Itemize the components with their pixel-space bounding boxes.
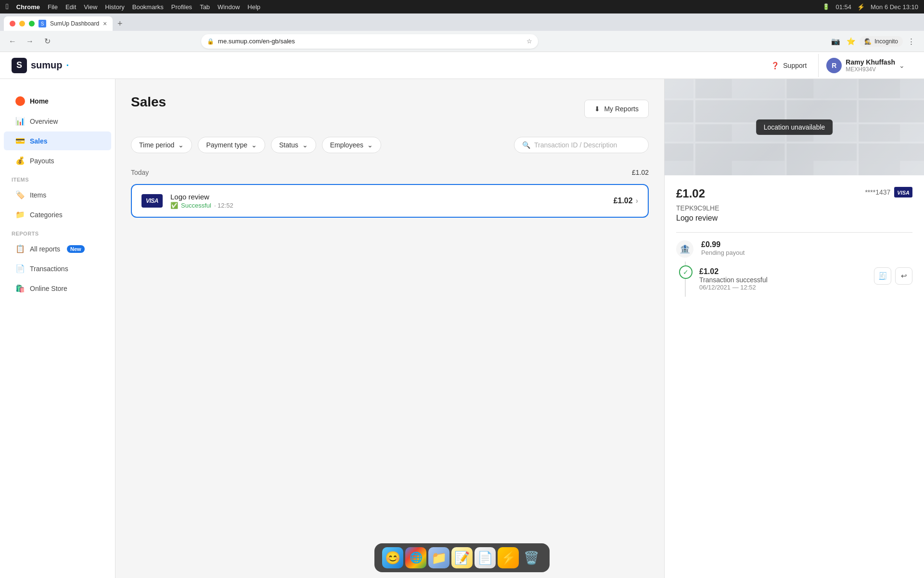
avatar: R bbox=[826, 58, 842, 73]
detail-panel: Location unavailable £1.02 ****1437 VISA… bbox=[664, 79, 924, 578]
incognito-label: Incognito bbox=[874, 38, 898, 45]
menu-chrome[interactable]: Chrome bbox=[16, 3, 40, 11]
bookmark-icon[interactable]: ☆ bbox=[526, 38, 532, 45]
payment-type-chevron-icon: ⌄ bbox=[251, 141, 257, 149]
timeline-actions: 🧾 ↩ bbox=[874, 267, 912, 285]
menu-dots-icon[interactable]: ⋮ bbox=[905, 35, 918, 48]
detail-card-info: ****1437 VISA bbox=[865, 187, 912, 197]
menu-edit[interactable]: Edit bbox=[65, 3, 76, 11]
menu-file[interactable]: File bbox=[48, 3, 58, 11]
dock-trash-icon[interactable]: 🗑️ bbox=[521, 547, 542, 568]
svg-rect-9 bbox=[693, 79, 695, 175]
dock-notes-icon[interactable]: 📝 bbox=[451, 547, 473, 568]
close-dot[interactable] bbox=[10, 21, 15, 26]
sidebar-item-online-store[interactable]: 🛍️ Online Store bbox=[4, 279, 111, 298]
menu-profiles[interactable]: Profiles bbox=[171, 3, 192, 11]
status-chevron-icon: ⌄ bbox=[302, 141, 308, 149]
home-dot bbox=[15, 96, 25, 106]
payment-type-filter[interactable]: Payment type ⌄ bbox=[198, 137, 265, 153]
sidebar-item-categories[interactable]: 📁 Categories bbox=[4, 205, 111, 224]
app-container: S sumup· ❓ Support R Ramy Khuffash MEXH9… bbox=[0, 52, 924, 578]
support-label: Support bbox=[783, 62, 807, 69]
detail-timeline: ✓ £1.02 Transaction successful 06/12/202… bbox=[685, 262, 912, 297]
my-reports-button[interactable]: ⬇ My Reports bbox=[584, 100, 649, 118]
timeline-content: £1.02 Transaction successful 06/12/2021 … bbox=[699, 267, 912, 291]
sales-label: Sales bbox=[30, 137, 48, 145]
svg-rect-4 bbox=[665, 98, 924, 122]
sidebar-item-sales[interactable]: 💳 Sales bbox=[4, 131, 111, 150]
dock-chrome-icon[interactable]: 🌐 bbox=[405, 547, 426, 568]
success-check-icon: ✅ bbox=[170, 202, 178, 209]
sidebar-item-overview[interactable]: 📊 Overview bbox=[4, 112, 111, 131]
employees-chevron-icon: ⌄ bbox=[367, 141, 373, 149]
menu-help[interactable]: Help bbox=[247, 3, 260, 11]
svg-rect-6 bbox=[665, 98, 924, 100]
dock-folder-icon[interactable]: 📁 bbox=[428, 547, 449, 568]
support-button[interactable]: ❓ Support bbox=[771, 62, 807, 69]
new-tab-button[interactable]: + bbox=[113, 16, 127, 31]
payout-label: Pending payout bbox=[701, 249, 744, 256]
online-store-label: Online Store bbox=[30, 285, 67, 292]
new-badge: New bbox=[67, 245, 85, 253]
transaction-detail-name: Logo review bbox=[676, 214, 912, 223]
filters-row: Time period ⌄ Payment type ⌄ Status ⌄ Em… bbox=[131, 137, 649, 153]
visa-card-icon: VISA bbox=[141, 194, 163, 208]
status-filter[interactable]: Status ⌄ bbox=[271, 137, 316, 153]
macos-menu: Chrome File Edit View History Bookmarks … bbox=[16, 3, 260, 11]
amount-value: £1.02 bbox=[614, 197, 633, 205]
menu-window[interactable]: Window bbox=[218, 3, 240, 11]
user-name: Ramy Khuffash bbox=[846, 58, 895, 66]
logo-s-letter: S bbox=[16, 60, 22, 70]
topbar-right: ❓ Support R Ramy Khuffash MEXH934V ⌄ bbox=[771, 54, 912, 77]
active-tab[interactable]: S SumUp Dashboard × bbox=[4, 16, 113, 31]
receipt-button[interactable]: 🧾 bbox=[874, 267, 891, 285]
user-id: MEXH934V bbox=[846, 66, 895, 73]
address-bar[interactable]: 🔒 me.sumup.com/en-gb/sales ☆ bbox=[201, 34, 538, 49]
maximize-dot[interactable] bbox=[29, 21, 35, 26]
sidebar-item-payouts[interactable]: 💰 Payouts bbox=[4, 151, 111, 170]
reload-button[interactable]: ↻ bbox=[40, 35, 54, 48]
dock-pages-icon[interactable]: 📄 bbox=[475, 547, 496, 568]
tab-title: SumUp Dashboard bbox=[50, 20, 99, 27]
search-box[interactable]: 🔍 Transaction ID / Description bbox=[514, 137, 649, 153]
menu-bookmarks[interactable]: Bookmarks bbox=[132, 3, 164, 11]
sidebar-item-items[interactable]: 🏷️ Items bbox=[4, 185, 111, 204]
categories-icon: 📁 bbox=[15, 210, 25, 219]
minimize-dot[interactable] bbox=[19, 21, 25, 26]
time-display: Mon 6 Dec 13:10 bbox=[871, 3, 918, 11]
download-icon: ⬇ bbox=[594, 105, 600, 113]
employees-filter[interactable]: Employees ⌄ bbox=[322, 137, 381, 153]
items-label: Items bbox=[30, 191, 46, 199]
payouts-label: Payouts bbox=[30, 157, 54, 165]
sidebar: Home 📊 Overview 💳 Sales 💰 Payouts ITEMS bbox=[0, 79, 116, 578]
user-info: Ramy Khuffash MEXH934V bbox=[846, 58, 895, 73]
logo-icon: S bbox=[12, 58, 27, 73]
time-period-filter[interactable]: Time period ⌄ bbox=[131, 137, 192, 153]
content-area: Sales ⬇ My Reports Time period ⌄ Payment… bbox=[116, 79, 924, 578]
sidebar-item-transactions[interactable]: 📄 Transactions bbox=[4, 259, 111, 278]
sidebar-item-home[interactable]: Home bbox=[4, 92, 111, 111]
star-icon[interactable]: ⭐ bbox=[844, 35, 858, 48]
card-last4: ****1437 bbox=[865, 188, 890, 196]
user-section[interactable]: R Ramy Khuffash MEXH934V ⌄ bbox=[818, 54, 912, 77]
refund-button[interactable]: ↩ bbox=[895, 267, 912, 285]
menu-history[interactable]: History bbox=[105, 3, 124, 11]
search-icon: 🔍 bbox=[522, 141, 530, 149]
tab-close-button[interactable]: × bbox=[103, 20, 107, 27]
forward-button[interactable]: → bbox=[23, 35, 37, 48]
back-button[interactable]: ← bbox=[6, 35, 19, 48]
dock-lightning-icon[interactable]: ⚡ bbox=[498, 547, 519, 568]
timeline-date: 06/12/2021 — 12:52 bbox=[699, 284, 768, 291]
svg-rect-11 bbox=[857, 79, 859, 175]
today-row: Today £1.02 bbox=[131, 165, 649, 180]
dock-finder-icon[interactable]: 😊 bbox=[382, 547, 403, 568]
menu-view[interactable]: View bbox=[84, 3, 97, 11]
transaction-amount: £1.02 › bbox=[614, 197, 638, 205]
status-label: Status bbox=[279, 141, 298, 149]
camera-off-icon[interactable]: 📷 bbox=[829, 35, 842, 48]
transaction-item[interactable]: VISA Logo review ✅ Successful · 12:52 £1… bbox=[131, 184, 649, 218]
menu-tab[interactable]: Tab bbox=[200, 3, 210, 11]
transaction-status: ✅ Successful · 12:52 bbox=[170, 202, 614, 209]
sidebar-item-all-reports[interactable]: 📋 All reports New bbox=[4, 239, 111, 258]
payout-amount: £0.99 bbox=[701, 240, 744, 249]
